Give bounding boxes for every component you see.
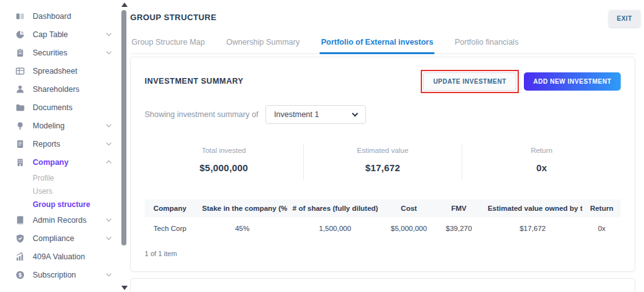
column-header: FMV — [435, 199, 483, 217]
tab-portfolio-external-investors[interactable]: Portfolio of External investors — [319, 34, 435, 53]
sidebar-item-reports[interactable]: Reports — [0, 135, 119, 153]
annotation-highlight: UPDATE INVESTMENT — [421, 70, 519, 93]
scroll-up-arrow-icon[interactable] — [121, 3, 128, 7]
sidebar-item-label: Spreadsheet — [33, 67, 111, 76]
investment-select-value: Investment 1 — [274, 110, 319, 119]
sidebar-item-409a-valuation[interactable]: 409A Valuation — [0, 247, 119, 266]
sidebar-item-label: Shareholders — [33, 85, 111, 94]
chevron-down-icon — [106, 31, 111, 36]
sidebar-subitem-profile[interactable]: Profile — [0, 171, 119, 184]
tab-ownership-summary[interactable]: Ownership Summary — [225, 34, 301, 53]
sidebar-item-label: Subscription — [33, 271, 107, 279]
table-cell: 1,500,000 — [287, 217, 382, 240]
table-row: Tech Corp45%1,500,000$5,000,000$39,270$1… — [145, 217, 621, 240]
sidebar-item-label: Company — [33, 158, 107, 167]
scrollbar-thumb[interactable] — [121, 10, 126, 245]
column-header: Company — [145, 199, 197, 217]
tab-bar: Group Structure MapOwnership SummaryPort… — [130, 34, 635, 54]
stats-row: Total invested$5,000,000Estimated value$… — [145, 144, 621, 179]
stat-label: Return — [462, 147, 621, 154]
sidebar-item-label: Securities — [33, 48, 107, 57]
sidebar-item-documents[interactable]: Documents — [0, 98, 119, 116]
next-card-partial — [130, 278, 635, 292]
sidebar-item-company[interactable]: Company — [0, 153, 119, 171]
app-window: DashboardCap TableSecuritiesSpreadsheetS… — [0, 0, 644, 292]
chevron-down-icon — [106, 271, 111, 276]
sidebar-item-dashboard[interactable]: Dashboard — [0, 7, 119, 25]
sidebar: DashboardCap TableSecuritiesSpreadsheetS… — [0, 0, 119, 292]
card-header: INVESTMENT SUMMARY UPDATE INVESTMENT ADD… — [145, 71, 621, 91]
main-content: GROUP STRUCTURE EXIT Group Structure Map… — [130, 0, 635, 292]
securities-icon — [15, 48, 25, 58]
company-icon — [15, 157, 25, 167]
update-investment-button[interactable]: UPDATE INVESTMENT — [423, 72, 516, 91]
column-header: Cost — [382, 199, 435, 217]
sidebar-item-label: Admin Records — [33, 216, 107, 225]
main-header: GROUP STRUCTURE EXIT — [130, 0, 635, 27]
filter-label: Showing investment summary of — [145, 110, 258, 119]
investment-summary-card: INVESTMENT SUMMARY UPDATE INVESTMENT ADD… — [130, 57, 635, 272]
sidebar-item-label: Modeling — [33, 121, 107, 130]
sidebar-subitem-users[interactable]: Users — [0, 184, 119, 198]
column-header: Stake in the company (%) — [197, 199, 287, 217]
table-cell: 45% — [197, 217, 287, 240]
sidebar-item-label: 409A Valuation — [33, 252, 111, 261]
column-header: Estimated value owned by the investor — [482, 199, 582, 217]
company-link[interactable]: Tech Corp — [145, 217, 197, 240]
add-new-investment-button[interactable]: ADD NEW INVESTMENT — [524, 72, 621, 91]
section-title: INVESTMENT SUMMARY — [145, 77, 243, 86]
stat-label: Total invested — [145, 147, 303, 154]
exit-button[interactable]: EXIT — [609, 10, 640, 27]
pagination-text: 1 of 1 item — [145, 250, 621, 257]
stat-value: $5,000,000 — [145, 162, 303, 173]
scroll-down-arrow-icon[interactable] — [121, 286, 128, 290]
shareholders-icon — [15, 84, 25, 94]
stat-label: Estimated value — [304, 147, 462, 154]
tab-portfolio-financials[interactable]: Portfolio financials — [453, 34, 519, 53]
stat-return: Return0x — [462, 144, 621, 179]
valuation-icon — [15, 252, 25, 262]
cap-table-icon — [15, 30, 25, 40]
chevron-down-icon — [106, 122, 111, 127]
stat-total-invested: Total invested$5,000,000 — [145, 144, 303, 179]
investment-select[interactable]: Investment 1 — [265, 105, 366, 124]
sidebar-item-subscription[interactable]: $Subscription — [0, 266, 119, 284]
table-cell: $39,270 — [435, 217, 483, 240]
stat-estimated-value: Estimated value$17,672 — [303, 144, 462, 179]
sidebar-item-label: Dashboard — [33, 12, 111, 21]
column-header: Return — [582, 199, 621, 217]
sidebar-subitem-group-structure[interactable]: Group structure — [0, 198, 119, 211]
stat-value: 0x — [462, 162, 621, 173]
sidebar-item-spreadsheet[interactable]: Spreadsheet — [0, 62, 119, 80]
modeling-icon — [15, 121, 25, 131]
chevron-down-icon — [352, 110, 358, 116]
compliance-icon — [15, 233, 25, 244]
documents-icon — [15, 103, 25, 113]
table-cell: $17,672 — [482, 217, 582, 240]
sidebar-item-modeling[interactable]: Modeling — [0, 116, 119, 135]
reports-icon — [15, 139, 25, 149]
sidebar-item-cap-table[interactable]: Cap Table — [0, 25, 119, 43]
dashboard-icon — [15, 11, 25, 21]
sidebar-item-shareholders[interactable]: Shareholders — [0, 80, 119, 98]
column-header: # of shares (fully diluted) — [287, 199, 382, 217]
spreadsheet-icon — [15, 66, 25, 76]
table-cell: 0x — [582, 217, 621, 240]
subscription-icon: $ — [15, 270, 25, 280]
chevron-down-icon — [106, 235, 111, 240]
table-cell: $5,000,000 — [382, 217, 435, 240]
investments-table: CompanyStake in the company (%)# of shar… — [145, 199, 621, 240]
sidebar-item-admin-records[interactable]: Admin Records — [0, 211, 119, 229]
stat-value: $17,672 — [304, 162, 462, 173]
admin-records-icon — [15, 215, 25, 225]
svg-text:$: $ — [18, 272, 22, 278]
sidebar-item-securities[interactable]: Securities — [0, 43, 119, 62]
page-title: GROUP STRUCTURE — [130, 10, 216, 22]
filter-row: Showing investment summary of Investment… — [145, 105, 621, 124]
chevron-down-icon — [106, 140, 111, 145]
tab-group-structure-map[interactable]: Group Structure Map — [130, 34, 206, 53]
sidebar-item-compliance[interactable]: Compliance — [0, 229, 119, 247]
sidebar-item-label: Documents — [33, 103, 111, 112]
chevron-down-icon — [106, 216, 111, 222]
vertical-scrollbar — [119, 0, 129, 292]
